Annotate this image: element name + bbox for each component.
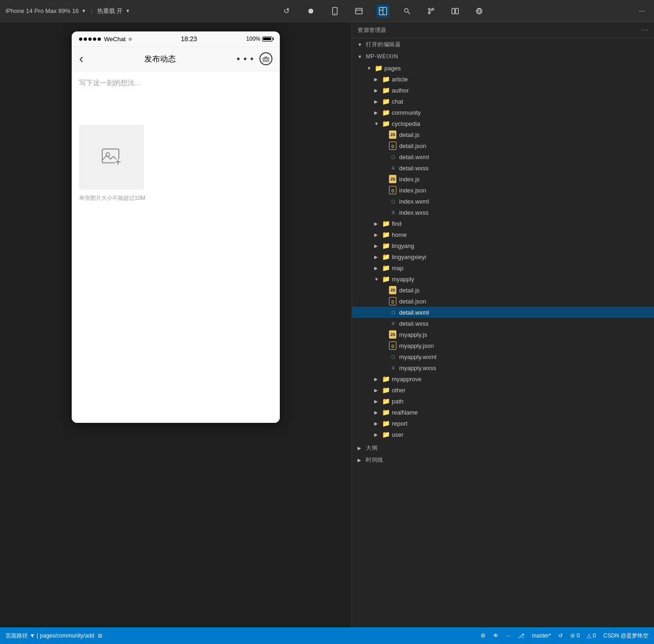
copy-icon[interactable]: ⧉ [98,632,102,639]
path-separator: ▼ | [30,632,38,639]
remote-button[interactable] [473,5,486,18]
open-editors-section[interactable]: 打开的编辑器 [352,38,654,50]
errors-label[interactable]: ⊘ 0 [570,632,580,639]
pages-folder-arrow [367,66,374,71]
cyclopedia-icon: 📁 [382,119,390,128]
git-branch-label[interactable]: master* [532,632,551,639]
svg-point-15 [265,58,267,61]
cyclopedia-index-wxss[interactable]: ≡ index.wxss [352,207,654,218]
record-button[interactable]: ⏺ [304,5,317,18]
timeline-section[interactable]: 时间线 [352,454,654,466]
project-section[interactable]: MP-WEIXIN [352,50,654,62]
hot-reload-label[interactable]: 热重载 开 [97,7,123,15]
myapply-detail-js[interactable]: JS detail.js [352,285,654,296]
device-label[interactable]: iPhone 14 Pro Max 89% 16 [6,7,79,14]
cyclopedia-folder[interactable]: 📁 cyclopedia [352,118,654,129]
article-folder[interactable]: 📁 article [352,74,654,85]
upload-icon [101,147,122,167]
other-icon: 📁 [382,386,390,394]
split-button[interactable] [449,5,462,18]
cyclopedia-detail-json[interactable]: {} detail.json [352,140,654,151]
mobile-button[interactable] [328,5,341,18]
other-arrow [374,388,382,393]
cyclopedia-index-wxml[interactable]: ⬡ index.wxml [352,196,654,207]
find-arrow [374,221,382,226]
refresh-button[interactable]: ↺ [280,5,293,18]
outline-section[interactable]: 大纲 [352,442,654,454]
report-folder[interactable]: 📁 report [352,418,654,429]
pages-folder[interactable]: 📁 pages [352,62,654,74]
myapply-wxml[interactable]: ⬡ myapply.wxml [352,351,654,362]
toolbar-left: iPhone 14 Pro Max 89% 16 ▼ | 热重载 开 ▼ [6,7,130,15]
myapply-wxss[interactable]: ≡ myapply.wxss [352,362,654,373]
timeline-label: 时间线 [366,456,383,464]
lingyang-folder[interactable]: 📁 lingyang [352,240,654,251]
hot-reload-arrow[interactable]: ▼ [125,8,130,13]
myapply-js-label: myapply.js [399,331,427,338]
sync-icon[interactable]: ↺ [558,632,563,639]
lingyangxieyi-folder[interactable]: 📁 lingyangxieyi [352,251,654,262]
toolbar-right: ··· [635,5,648,18]
thought-input-placeholder[interactable]: 写下这一刻的想法... [79,79,272,116]
cyclopedia-arrow [374,121,382,126]
phone-status-right: 100% [246,36,272,42]
device-dropdown-arrow[interactable]: ▼ [81,8,86,13]
myapply-detail-wxml[interactable]: ⬡ detail.wxml [352,307,654,318]
warnings-label[interactable]: △ 0 [587,632,596,639]
author-folder[interactable]: 📁 author [352,85,654,96]
myapply-json[interactable]: {} myapply.json [352,340,654,351]
cyclopedia-index-json[interactable]: {} index.json [352,185,654,196]
window-button[interactable] [352,5,365,18]
lingyangxieyi-icon: 📁 [382,253,390,261]
search-button[interactable] [401,5,413,18]
cyclopedia-index-js[interactable]: JS index.js [352,173,654,185]
chat-folder[interactable]: 📁 chat [352,96,654,107]
menu-button[interactable]: ··· [635,5,648,18]
report-label: report [392,420,407,427]
image-upload-button[interactable] [79,125,144,190]
realname-icon: 📁 [382,408,390,416]
more-options[interactable]: ··· [506,632,511,639]
status-path[interactable]: 页面路径 ▼ | pages/community/add ⧉ [6,632,102,640]
camera-button[interactable] [259,52,272,65]
cyclopedia-label: cyclopedia [392,120,420,127]
back-button[interactable]: ‹ [79,51,83,66]
lingyangxieyi-arrow [374,254,382,260]
author-arrow [374,88,382,93]
community-folder[interactable]: 📁 community [352,107,654,118]
cyclopedia-detail-wxss[interactable]: ≡ detail.wxss [352,162,654,173]
layout-button[interactable] [376,5,389,18]
community-icon: 📁 [382,108,390,117]
git-button[interactable] [425,5,438,18]
home-folder[interactable]: 📁 home [352,229,654,240]
signal-icon [79,37,101,41]
wxml-icon3: ⬡ [389,308,397,316]
path-icon: 📁 [382,397,390,405]
other-folder[interactable]: 📁 other [352,384,654,396]
realname-folder[interactable]: 📁 realName [352,407,654,418]
open-editors-label: 打开的编辑器 [366,41,401,49]
settings-icon[interactable]: ⚙ [481,632,486,639]
cyclopedia-detail-js[interactable]: JS detail.js [352,129,654,140]
find-folder[interactable]: 📁 find [352,218,654,229]
map-folder[interactable]: 📁 map [352,262,654,273]
myapply-detail-wxss[interactable]: ≡ detail.wxss [352,318,654,329]
myapply-folder[interactable]: 📁 myapply [352,273,654,285]
myapprove-folder[interactable]: 📁 myapprove [352,373,654,384]
outline-label: 大纲 [366,444,377,452]
path-folder[interactable]: 📁 path [352,396,654,407]
status-bar: 页面路径 ▼ | pages/community/add ⧉ ⚙ 👁 ··· ⎇… [0,627,654,644]
nav-more-button[interactable]: • • • [237,54,254,64]
myapprove-icon: 📁 [382,375,390,383]
cyclopedia-detail-wxml[interactable]: ⬡ detail.wxml [352,151,654,162]
panel-more-button[interactable]: ··· [642,26,648,34]
top-toolbar: iPhone 14 Pro Max 89% 16 ▼ | 热重载 开 ▼ ↺ ⏺ [0,0,654,22]
user-folder[interactable]: 📁 user [352,429,654,440]
home-icon: 📁 [382,230,390,239]
user-icon: 📁 [382,430,390,439]
myapply-detail-json[interactable]: {} detail.json [352,296,654,307]
find-icon: 📁 [382,219,390,228]
myapply-js[interactable]: JS myapply.js [352,329,654,340]
wxss-icon: ≡ [389,164,397,172]
preview-icon[interactable]: 👁 [493,632,499,639]
